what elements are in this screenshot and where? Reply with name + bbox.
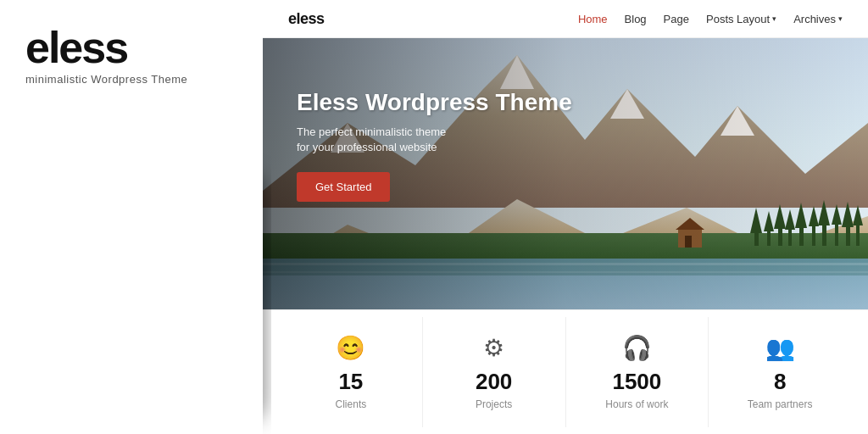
stat-clients-label: Clients [336,398,367,410]
hero-cta-button[interactable]: Get Started [297,172,390,202]
stat-projects-label: Projects [476,398,512,410]
stat-clients-number: 15 [338,369,363,395]
nav-links: Home Blog Page Posts Layout ▾ Archives ▾ [578,13,843,25]
hours-icon: 🎧 [622,334,652,362]
brand-tagline: minimalistic Wordpress Theme [25,73,187,86]
stat-team: 👥 8 Team partners [709,317,851,427]
hero-content: Eless Wordpress Theme The perfect minima… [297,89,572,202]
nav-page[interactable]: Page [664,13,689,25]
stat-clients: 😊 15 Clients [280,317,423,427]
nav-home[interactable]: Home [578,13,608,25]
hero-title: Eless Wordpress Theme [297,89,572,116]
hero-subtitle: The perfect minimalistic themefor your p… [297,125,572,155]
team-icon: 👥 [765,334,795,362]
stat-hours-number: 1500 [612,369,661,395]
stat-projects: ⚙ 200 Projects [423,317,566,427]
right-panel: eless Home Blog Page Posts Layout ▾ Arch… [263,0,868,434]
stat-team-number: 8 [774,369,786,395]
projects-icon: ⚙ [483,334,504,362]
archives-arrow-icon: ▾ [838,14,843,23]
stat-projects-number: 200 [476,369,512,395]
posts-layout-arrow-icon: ▾ [772,14,776,23]
nav-blog[interactable]: Blog [625,13,647,25]
nav-archives[interactable]: Archives ▾ [793,13,843,25]
hero-section: Eless Wordpress Theme The perfect minima… [263,38,868,309]
stat-team-label: Team partners [748,398,813,410]
stat-hours: 🎧 1500 Hours of work [566,317,709,427]
clients-icon: 😊 [336,334,365,362]
nav-logo: eless [288,10,325,28]
stat-hours-label: Hours of work [605,398,668,410]
nav-posts-layout[interactable]: Posts Layout ▾ [706,13,776,25]
brand-logo: eless [25,25,127,70]
left-panel: eless minimalistic Wordpress Theme [0,0,263,434]
stats-bar: 😊 15 Clients ⚙ 200 Projects 🎧 1500 Hours… [263,309,868,434]
navbar: eless Home Blog Page Posts Layout ▾ Arch… [263,0,868,38]
